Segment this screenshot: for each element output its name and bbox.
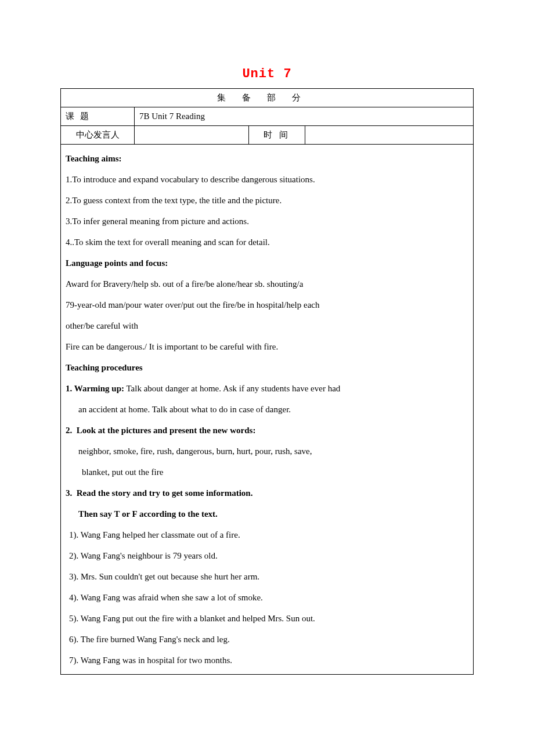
- step-title: Look at the pictures and present the new…: [77, 426, 256, 435]
- lang-line: other/be careful with: [66, 315, 468, 336]
- content-cell: Teaching aims: 1.To introduce and expand…: [61, 145, 474, 675]
- tf-item: 2). Wang Fang's neighbour is 79 years ol…: [66, 545, 468, 566]
- procedure-item: 3. Read the story and try to get some in…: [66, 483, 468, 503]
- label-time: 时 间: [249, 126, 305, 145]
- tf-item: 3). Mrs. Sun couldn't get out because sh…: [66, 566, 468, 587]
- procedure-line: blanket, put out the fire: [66, 462, 468, 483]
- aim-item: 3.To infer general meaning from picture …: [66, 211, 468, 232]
- step-number: 2.: [66, 426, 72, 435]
- page-title: Unit 7: [60, 67, 474, 81]
- step-title: Read the story and try to get some infor…: [77, 488, 253, 498]
- value-time: [305, 126, 474, 145]
- tf-item: 5). Wang Fang put out the fire with a bl…: [66, 608, 468, 629]
- warming-up-label: 1. Warming up:: [66, 384, 124, 393]
- tf-item: 6). The fire burned Wang Fang's neck and…: [66, 629, 468, 650]
- table-row: 中心发言人 时 间: [61, 126, 474, 145]
- value-speaker: [135, 126, 249, 145]
- teaching-aims-heading: Teaching aims:: [66, 148, 468, 169]
- tf-item: 7). Wang Fang was in hospital for two mo…: [66, 650, 468, 671]
- procedure-item: 2. Look at the pictures and present the …: [66, 420, 468, 441]
- language-points-heading: Language points and focus:: [66, 253, 468, 273]
- tf-item: 1). Wang Fang helped her classmate out o…: [66, 524, 468, 545]
- procedure-line: neighbor, smoke, fire, rush, dangerous, …: [66, 441, 468, 462]
- warming-up-text: Talk about danger at home. Ask if any st…: [124, 384, 340, 393]
- table-row: Teaching aims: 1.To introduce and expand…: [61, 145, 474, 675]
- value-topic: 7B Unit 7 Reading: [135, 107, 474, 126]
- step-number: 3.: [66, 488, 72, 498]
- teaching-procedures-heading: Teaching procedures: [66, 357, 468, 378]
- table-row: 集备部分: [61, 89, 474, 107]
- document-page: Unit 7 集备部分 课题 7B Unit 7 Reading 中心发言人 时…: [0, 0, 534, 698]
- aim-item: 1.To introduce and expand vocabulary to …: [66, 169, 468, 190]
- aim-item: 2.To guess context from the text type, t…: [66, 190, 468, 211]
- lang-line: Fire can be dangerous./ It is important …: [66, 336, 468, 357]
- procedure-item: 1. Warming up: Talk about danger at home…: [66, 378, 468, 399]
- lang-line: 79-year-old man/pour water over/put out …: [66, 294, 468, 315]
- procedure-line: Then say T or F according to the text.: [66, 503, 468, 524]
- label-speaker: 中心发言人: [61, 126, 135, 145]
- section-header: 集备部分: [61, 89, 474, 107]
- table-row: 课题 7B Unit 7 Reading: [61, 107, 474, 126]
- tf-item: 4). Wang Fang was afraid when she saw a …: [66, 587, 468, 608]
- lang-line: Award for Bravery/help sb. out of a fire…: [66, 273, 468, 294]
- aim-item: 4..To skim the text for overall meaning …: [66, 232, 468, 253]
- lesson-table: 集备部分 课题 7B Unit 7 Reading 中心发言人 时 间 Teac…: [60, 88, 474, 675]
- label-topic: 课题: [61, 107, 135, 126]
- procedure-line: an accident at home. Talk about what to …: [66, 399, 468, 420]
